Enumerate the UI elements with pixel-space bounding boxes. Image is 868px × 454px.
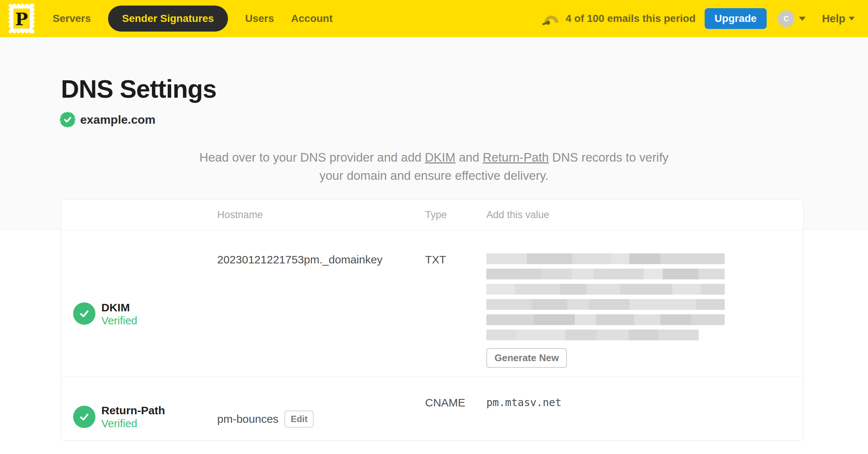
- verified-domain: example.com: [59, 111, 156, 128]
- account-chevron-down-icon[interactable]: [799, 17, 806, 21]
- return-path-hostname-cell: pm-bounces Edit: [217, 377, 425, 441]
- dkim-link[interactable]: DKIM: [425, 150, 456, 164]
- dkim-verified-check-icon: [73, 302, 95, 325]
- record-name: DKIM: [101, 301, 137, 314]
- redacted-line: [486, 284, 725, 295]
- redacted-line: [486, 299, 725, 310]
- usage-gauge-icon: [542, 12, 560, 26]
- return-path-link[interactable]: Return-Path: [483, 150, 549, 164]
- record-status: Verified: [101, 314, 137, 327]
- redacted-line: [486, 269, 725, 279]
- postmark-logo-icon[interactable]: P: [8, 3, 35, 34]
- intro-text: Head over to your DNS provider and add D…: [193, 148, 675, 185]
- intro-before: Head over to your DNS provider and add: [199, 150, 425, 164]
- generate-new-button[interactable]: Generate New: [486, 348, 567, 368]
- help-chevron-down-icon[interactable]: [849, 17, 855, 20]
- primary-nav: Servers Sender Signatures Users Account: [53, 6, 333, 32]
- table-row-return-path: Return-Path Verified pm-bounces Edit CNA…: [61, 377, 803, 441]
- table-row-dkim: DKIM Verified 20230121221753pm._domainke…: [61, 230, 803, 377]
- dkim-value-cell: Generate New: [486, 230, 803, 377]
- table-header: Hostname Type Add this value: [61, 200, 803, 230]
- nav-item-servers[interactable]: Servers: [53, 13, 91, 25]
- nav-item-account[interactable]: Account: [291, 13, 333, 25]
- verified-seal-icon: [59, 111, 76, 128]
- edit-button[interactable]: Edit: [284, 411, 314, 428]
- nav-item-users[interactable]: Users: [245, 13, 274, 25]
- redacted-line: [486, 314, 725, 325]
- record-name: Return-Path: [101, 403, 165, 417]
- upgrade-button[interactable]: Upgrade: [705, 8, 767, 29]
- page-title: DNS Settings: [61, 74, 216, 103]
- dkim-type: TXT: [425, 230, 486, 377]
- navbar-right: 4 of 100 emails this period Upgrade C He…: [542, 8, 855, 29]
- domain-name: example.com: [80, 113, 156, 127]
- logo-letter: P: [15, 9, 28, 29]
- intro-middle: and: [456, 150, 483, 164]
- redacted-line: [486, 330, 699, 340]
- user-avatar[interactable]: C: [778, 10, 794, 27]
- dns-records-card: Hostname Type Add this value DKIM Verifi…: [61, 199, 803, 441]
- return-path-status: Return-Path Verified: [61, 377, 217, 441]
- dkim-status: DKIM Verified: [61, 230, 217, 377]
- return-path-type: CNAME: [425, 377, 486, 441]
- header-type: Type: [425, 200, 486, 230]
- dkim-value-redacted: [486, 253, 725, 340]
- return-path-hostname: pm-bounces: [217, 413, 278, 425]
- redacted-line: [486, 253, 725, 264]
- return-path-verified-check-icon: [73, 406, 95, 428]
- return-path-value: pm.mtasv.net: [486, 377, 803, 441]
- header-spacer: [61, 200, 217, 230]
- header-value: Add this value: [486, 200, 803, 230]
- record-status: Verified: [101, 417, 165, 430]
- usage-counter: 4 of 100 emails this period: [565, 13, 695, 25]
- help-menu[interactable]: Help: [822, 13, 845, 25]
- top-navbar: P Servers Sender Signatures Users Accoun…: [0, 0, 868, 37]
- nav-item-sender-signatures[interactable]: Sender Signatures: [108, 6, 228, 32]
- header-hostname: Hostname: [217, 200, 425, 230]
- dkim-hostname: 20230121221753pm._domainkey: [217, 230, 425, 377]
